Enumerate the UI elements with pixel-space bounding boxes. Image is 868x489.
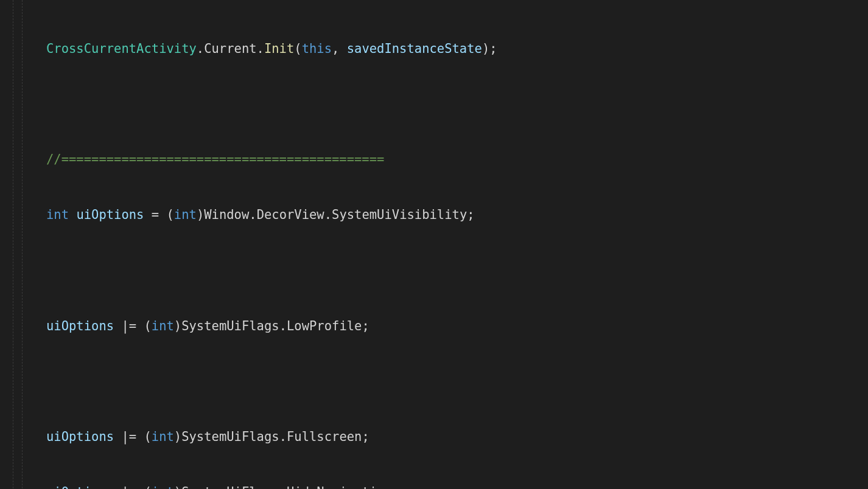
- code-content[interactable]: CrossCurrentActivity.Current.Init(this, …: [46, 2, 640, 489]
- indent-guide: [22, 0, 23, 489]
- code-editor[interactable]: CrossCurrentActivity.Current.Init(this, …: [0, 0, 868, 489]
- code-line: uiOptions |= (int)SystemUiFlags.HideNavi…: [46, 483, 640, 489]
- indent-guide: [13, 0, 13, 489]
- code-line: CrossCurrentActivity.Current.Init(this, …: [46, 40, 640, 58]
- code-line: //======================================…: [46, 150, 640, 168]
- code-line: uiOptions |= (int)SystemUiFlags.Fullscre…: [46, 428, 640, 446]
- code-line: uiOptions |= (int)SystemUiFlags.LowProfi…: [46, 317, 640, 335]
- code-line: int uiOptions = (int)Window.DecorView.Sy…: [46, 206, 640, 224]
